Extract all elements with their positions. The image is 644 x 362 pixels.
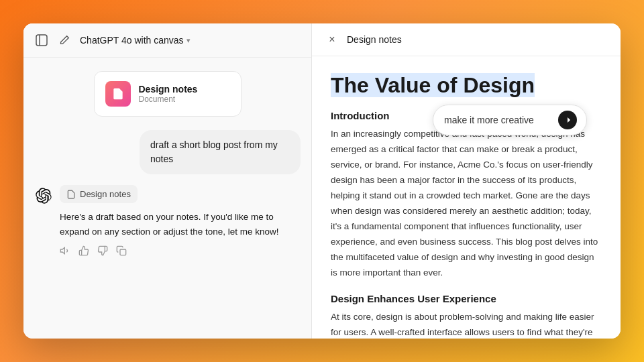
svg-rect-3 (120, 249, 126, 255)
copy-icon[interactable] (116, 245, 127, 259)
doc-type: Document (139, 95, 198, 104)
svg-rect-0 (36, 35, 47, 46)
intro-text: In an increasingly competitive and fast-… (331, 127, 602, 280)
close-button[interactable]: × (325, 33, 339, 46)
chat-messages: Design notes Document draft a short blog… (23, 58, 311, 339)
model-name: ChatGPT 4o with canvas (80, 35, 184, 46)
edit-icon[interactable] (57, 33, 72, 48)
thumbs-up-icon[interactable] (78, 245, 89, 259)
user-message: draft a short blog post from my notes (140, 130, 301, 174)
doc-info: Design notes Document (139, 84, 198, 104)
canvas-panel: × Design notes The Value of Design Intro… (312, 23, 621, 339)
ai-action-buttons (60, 245, 301, 259)
canvas-title: Design notes (347, 34, 402, 45)
blog-title: The Value of Design (331, 73, 535, 97)
thumbs-down-icon[interactable] (97, 245, 108, 259)
chat-toolbar: ChatGPT 4o with canvas ▾ (23, 23, 311, 58)
doc-icon (105, 81, 131, 107)
chat-panel: ChatGPT 4o with canvas ▾ Design notes Do… (23, 23, 312, 339)
blog-title-block: The Value of Design (331, 72, 602, 98)
doc-card[interactable]: Design notes Document (94, 71, 241, 117)
sidebar-toggle-icon[interactable] (34, 33, 49, 48)
section1-heading: Design Enhances User Experience (331, 293, 602, 304)
inline-send-button[interactable] (558, 111, 577, 129)
section1-text: At its core, design is about problem-sol… (331, 310, 602, 339)
chevron-down-icon: ▾ (186, 36, 191, 45)
canvas-toolbar: × Design notes (312, 23, 621, 56)
doc-ref-chip[interactable]: Design notes (60, 185, 138, 203)
ai-content: Design notes Here's a draft based on you… (60, 185, 301, 259)
app-window: ChatGPT 4o with canvas ▾ Design notes Do… (23, 23, 621, 339)
svg-marker-2 (60, 248, 64, 254)
audio-icon[interactable] (60, 245, 70, 259)
model-selector[interactable]: ChatGPT 4o with canvas ▾ (80, 35, 301, 46)
inline-prompt-bubble[interactable] (433, 105, 587, 135)
ai-message-text: Here's a draft based on your notes. If y… (60, 210, 301, 239)
inline-prompt-input[interactable] (444, 115, 551, 125)
doc-title: Design notes (139, 84, 198, 95)
canvas-content: The Value of Design Introduction In an i… (312, 56, 621, 339)
ai-avatar-icon (34, 186, 53, 205)
doc-ref-label: Design notes (80, 189, 131, 199)
ai-response-row: Design notes Here's a draft based on you… (34, 185, 301, 259)
